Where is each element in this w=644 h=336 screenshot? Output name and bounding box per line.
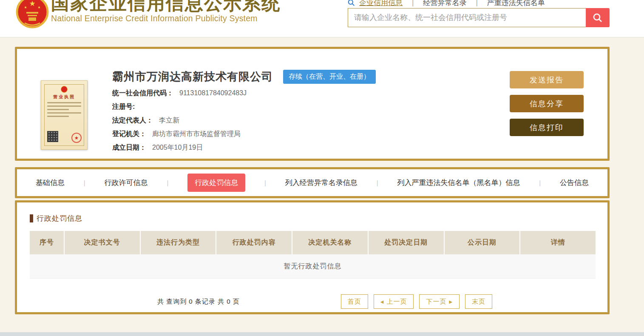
col-header-penalty-content: 行政处罚内容 [216, 231, 292, 254]
tab-announcements[interactable]: 公告信息 [560, 178, 589, 188]
penalty-table: 序号 决定书文号 违法行为类型 行政处罚内容 决定机关名称 处罚决定日期 公示日… [30, 231, 596, 279]
field-value: 廊坊市霸州市市场监督管理局 [152, 130, 241, 139]
site-title-chinese: 国家企业信用信息公示系统 [51, 0, 281, 13]
national-emblem-logo: ★ ★ ★ [15, 0, 49, 31]
field-label: 法定代表人： [112, 116, 153, 125]
tab-administrative-license[interactable]: 行政许可信息 [105, 178, 148, 188]
prev-page-button[interactable]: ◀ 上一页 [374, 294, 414, 309]
business-license-image: 营业执照 ★ [41, 80, 88, 150]
tab-basic-info[interactable]: 基础信息 [36, 178, 65, 188]
company-action-buttons: 发送报告 信息分享 信息打印 [510, 71, 584, 159]
site-header: ★ ★ ★ 国家企业信用信息公示系统 National Enterprise C… [0, 0, 644, 37]
tab-serious-violations-blacklist[interactable]: 列入严重违法失信名单（黑名单）信息 [397, 178, 520, 188]
last-page-button[interactable]: 末页 [465, 294, 492, 309]
field-value: 2005年10月19日 [152, 143, 203, 152]
empty-table-message: 暂无行政处罚信息 [30, 254, 596, 279]
print-info-button[interactable]: 信息打印 [510, 119, 584, 136]
field-label: 登记机关： [112, 130, 146, 139]
pagination-row: 共 查询到 0 条记录 共 0 页 首页 ◀ 上一页 下一页 ▶ 末页 [30, 294, 596, 309]
send-report-button[interactable]: 发送报告 [510, 71, 584, 88]
nav-separator: | [412, 0, 414, 7]
field-label: 注册号: [112, 103, 135, 111]
nav-separator: | [476, 0, 477, 7]
first-page-button[interactable]: 首页 [341, 294, 368, 309]
penalty-info-panel: 行政处罚信息 序号 决定书文号 违法行为类型 行政处罚内容 决定机关名称 处罚决… [15, 200, 610, 314]
col-header-decision-doc-number: 决定书文号 [65, 231, 140, 254]
col-header-decision-authority: 决定机关名称 [292, 231, 368, 254]
license-red-seal: ★ [71, 133, 82, 143]
next-arrow-icon: ▶ [449, 299, 453, 304]
section-title: 行政处罚信息 [37, 214, 82, 223]
svg-text:★: ★ [29, 0, 35, 8]
site-title-english: National Enterprise Credit Information P… [51, 14, 281, 23]
license-qr-code [47, 131, 58, 142]
field-registration-authority: 登记机关： 廊坊市霸州市市场监督管理局 [112, 130, 510, 139]
field-legal-representative: 法定代表人： 李立新 [112, 116, 510, 125]
section-title-bar [30, 214, 33, 222]
field-registration-number: 注册号: [112, 103, 510, 111]
company-summary-card: 营业执照 ★ 霸州市万润达高新技术有限公司 存续（在营、开业、在册） 统一社会信… [15, 47, 610, 161]
share-info-button[interactable]: 信息分享 [510, 95, 584, 112]
svg-text:★: ★ [37, 6, 40, 9]
field-value: 91131081784092483J [179, 89, 247, 97]
col-header-decision-date: 处罚决定日期 [369, 231, 444, 254]
col-header-violation-type: 违法行为类型 [141, 231, 216, 254]
prev-arrow-icon: ◀ [380, 299, 384, 304]
svg-text:★: ★ [24, 6, 27, 9]
license-emblem-icon [61, 86, 68, 93]
pagination-controls: 首页 ◀ 上一页 下一页 ▶ 末页 [341, 294, 492, 309]
page-bottom-strip [0, 332, 644, 336]
search-icon [348, 0, 355, 6]
col-header-publicity-date: 公示日期 [445, 231, 520, 254]
search-type-nav: 企业信用信息 | 经营异常名录 | 严重违法失信名单 [348, 0, 545, 8]
company-name: 霸州市万润达高新技术有限公司 [112, 69, 273, 84]
field-credit-code: 统一社会信用代码： 91131081784092483J [112, 89, 510, 98]
search-bar [348, 8, 610, 27]
col-header-index: 序号 [30, 231, 64, 254]
info-tabs-bar: 基础信息 | 行政许可信息 | 行政处罚信息 | 列入经营异常名录信息 | 列入… [15, 167, 610, 198]
records-summary: 共 查询到 0 条记录 共 0 页 [157, 298, 240, 306]
search-button[interactable] [586, 8, 610, 27]
search-input[interactable] [348, 8, 586, 27]
nav-link-abnormal-operations[interactable]: 经营异常名录 [423, 0, 466, 8]
field-establishment-date: 成立日期： 2005年10月19日 [112, 143, 510, 152]
next-page-button[interactable]: 下一页 ▶ [419, 294, 460, 309]
magnifier-icon [592, 12, 603, 23]
tab-abnormal-operations-list[interactable]: 列入经营异常名录信息 [285, 178, 357, 188]
tab-administrative-penalty[interactable]: 行政处罚信息 [187, 174, 245, 192]
field-label: 统一社会信用代码： [112, 89, 173, 98]
col-header-details: 详情 [520, 231, 596, 254]
nav-link-serious-violations[interactable]: 严重违法失信名单 [487, 0, 545, 8]
company-status-badge: 存续（在营、开业、在册） [283, 70, 376, 84]
field-label: 成立日期： [112, 143, 146, 152]
license-title: 营业执照 [45, 94, 84, 100]
nav-link-enterprise-credit[interactable]: 企业信用信息 [359, 0, 403, 8]
field-value: 李立新 [159, 116, 179, 125]
